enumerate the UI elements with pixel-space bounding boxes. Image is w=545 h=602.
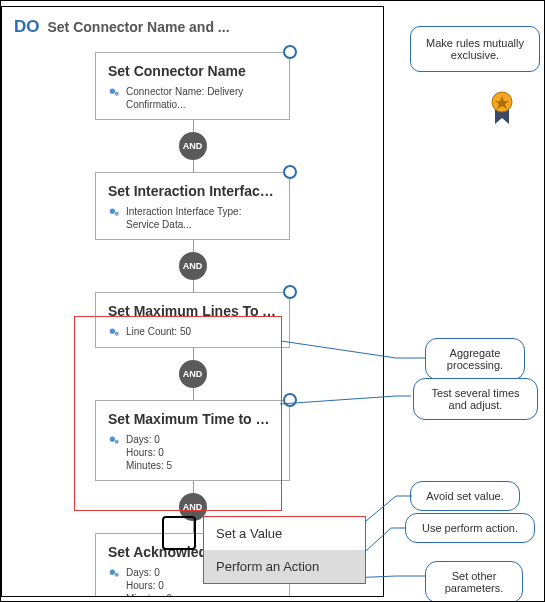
detail-minutes: Minutes: 5 <box>126 460 172 471</box>
ribbon-icon <box>487 90 517 126</box>
callout-use-perform: Use perform action. <box>405 513 535 543</box>
flow: Set Connector Name Connector Name: Deliv… <box>2 47 383 597</box>
node-detail: Connector Name: Delivery Confirmatio... <box>126 85 277 111</box>
detail-hours: Hours: 0 <box>126 447 164 458</box>
menu-item-set-value[interactable]: Set a Value <box>204 517 365 550</box>
gears-icon <box>108 325 122 339</box>
node-title: Set Connector Name <box>108 63 277 79</box>
right-side: Make rules mutually exclusive. Aggregate… <box>385 1 545 602</box>
status-circle-icon <box>283 285 297 299</box>
svg-point-0 <box>110 89 115 94</box>
svg-point-7 <box>115 440 119 444</box>
node-body: Connector Name: Delivery Confirmatio... <box>108 85 277 111</box>
and-badge[interactable]: AND <box>179 252 207 280</box>
node-detail: Days: 0 Hours: 0 Minutes: 5 <box>126 433 277 472</box>
node-title: Set Maximum Time to Wait Be... <box>108 411 277 427</box>
status-circle-icon <box>283 165 297 179</box>
node-title: Set Interaction Interface Type <box>108 183 277 199</box>
gears-icon <box>108 205 122 219</box>
status-circle-icon <box>283 45 297 59</box>
node-set-max-time[interactable]: Set Maximum Time to Wait Be... Days: 0 H… <box>95 400 290 481</box>
do-label: DO <box>14 17 40 37</box>
node-set-max-lines[interactable]: Set Maximum Lines To Aggreg... Line Coun… <box>95 292 290 348</box>
detail-hours: Hours: 0 <box>126 580 164 591</box>
node-title: Set Maximum Lines To Aggreg... <box>108 303 277 319</box>
node-body: Interaction Interface Type: Service Data… <box>108 205 277 231</box>
status-circle-icon <box>283 393 297 407</box>
gears-icon <box>108 433 122 447</box>
svg-point-8 <box>110 570 115 575</box>
and-badge[interactable]: AND <box>179 360 207 388</box>
node-detail: Interaction Interface Type: Service Data… <box>126 205 277 231</box>
and-badge[interactable]: AND <box>179 132 207 160</box>
callout-text: Make rules mutually exclusive. <box>426 37 524 61</box>
svg-point-4 <box>110 329 115 334</box>
main-panel: DO Set Connector Name and ... Set Connec… <box>1 6 384 597</box>
menu-item-perform-action[interactable]: Perform an Action <box>204 550 365 583</box>
callout-mutually-exclusive: Make rules mutually exclusive. <box>410 26 540 72</box>
node-body: Days: 0 Hours: 0 Minutes: 5 <box>108 433 277 472</box>
context-menu: Set a Value Perform an Action <box>203 516 366 584</box>
node-detail: Line Count: 50 <box>126 325 277 338</box>
svg-point-2 <box>110 209 115 214</box>
svg-point-5 <box>115 332 119 336</box>
node-body: Line Count: 50 <box>108 325 277 339</box>
callout-other-params: Set other parameters. <box>425 561 523 602</box>
svg-point-6 <box>110 437 115 442</box>
detail-days: Days: 0 <box>126 434 160 445</box>
header: DO Set Connector Name and ... <box>2 7 383 47</box>
svg-point-1 <box>115 92 119 96</box>
callout-test-adjust: Test several times and adjust. <box>413 378 538 420</box>
detail-days: Days: 0 <box>126 567 160 578</box>
node-set-interaction-interface[interactable]: Set Interaction Interface Type Interacti… <box>95 172 290 240</box>
svg-point-9 <box>115 573 119 577</box>
gears-icon <box>108 566 122 580</box>
node-set-connector-name[interactable]: Set Connector Name Connector Name: Deliv… <box>95 52 290 120</box>
callout-avoid-set: Avoid set value. <box>410 481 520 511</box>
svg-point-3 <box>115 212 119 216</box>
gears-icon <box>108 85 122 99</box>
header-title: Set Connector Name and ... <box>48 19 230 35</box>
detail-minutes: Minutes: 0 <box>126 593 172 597</box>
callout-aggregate: Aggregate processing. <box>425 338 525 380</box>
